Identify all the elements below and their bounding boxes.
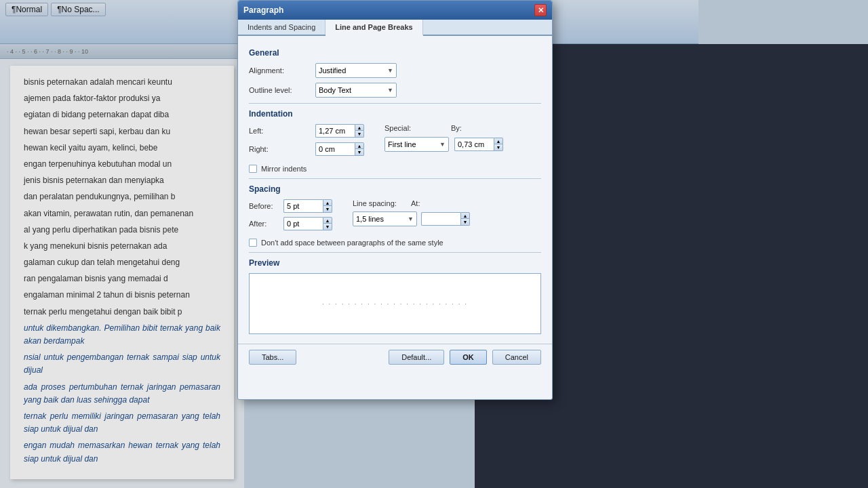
line-spacing-label-row: Line spacing: At:: [353, 199, 470, 207]
tab-line-page-breaks[interactable]: Line and Page Breaks: [326, 20, 422, 36]
mirror-indents-label: Mirror indents: [261, 165, 307, 173]
alignment-value: Justified: [319, 66, 346, 75]
ok-button[interactable]: OK: [450, 350, 487, 365]
preview-section: Preview · · · · · · · · · · · · · · · · …: [249, 258, 541, 334]
after-spin[interactable]: ▲ ▼: [323, 217, 332, 230]
after-label: After:: [249, 220, 279, 228]
line-spacing-value-row: 1,5 lines ▼ ▲ ▼: [353, 211, 470, 226]
special-label: Special:: [384, 124, 446, 132]
left-input[interactable]: 1,27 cm: [315, 124, 355, 138]
after-spin-up[interactable]: ▲: [323, 217, 332, 224]
by-spin-up[interactable]: ▲: [494, 138, 503, 144]
special-row: Special: By:: [384, 124, 512, 132]
by-spin-down[interactable]: ▼: [494, 144, 503, 151]
line-spacing-group: Line spacing: At: 1,5 lines ▼: [353, 199, 470, 235]
indentation-top-row: Left: 1,27 cm ▲ ▼ Right:: [249, 124, 541, 161]
by-spin[interactable]: ▲ ▼: [494, 138, 503, 151]
divider-1: [249, 103, 541, 104]
left-label: Left:: [249, 127, 310, 135]
by-label: By:: [451, 124, 512, 132]
at-input-group: ▲ ▼: [421, 212, 470, 226]
paragraph-dialog: Paragraph ✕ Indents and Spacing Line and…: [237, 0, 553, 400]
right-row: Right: 0 cm ▲ ▼: [249, 142, 364, 156]
default-button[interactable]: Default...: [389, 350, 444, 365]
line-spacing-select[interactable]: 1,5 lines ▼: [353, 211, 417, 226]
dialog-close-button[interactable]: ✕: [534, 4, 547, 16]
indentation-section-header: Indentation: [249, 109, 541, 119]
tabs-button[interactable]: Tabs...: [249, 350, 296, 365]
right-input-group: 0 cm ▲ ▼: [315, 142, 364, 156]
after-input[interactable]: 0 pt: [283, 217, 323, 230]
after-row: After: 0 pt ▲ ▼: [249, 217, 332, 230]
outline-level-select[interactable]: Body Text ▼: [315, 83, 397, 98]
before-input[interactable]: 5 pt: [283, 199, 323, 213]
right-input[interactable]: 0 cm: [315, 142, 355, 156]
before-row: Before: 5 pt ▲ ▼: [249, 199, 332, 213]
special-select[interactable]: First line ▼: [384, 137, 449, 152]
line-spacing-header: Line spacing:: [353, 199, 407, 207]
at-input[interactable]: [421, 212, 460, 226]
at-spin-down[interactable]: ▼: [460, 219, 470, 226]
tab-indents-spacing[interactable]: Indents and Spacing: [238, 20, 326, 35]
after-input-group: 0 pt ▲ ▼: [283, 217, 332, 230]
alignment-row: Alignment: Justified ▼: [249, 63, 541, 78]
left-spin[interactable]: ▲ ▼: [355, 124, 364, 138]
alignment-arrow-icon: ▼: [387, 67, 393, 74]
before-spin[interactable]: ▲ ▼: [323, 199, 332, 213]
dont-add-space-checkbox[interactable]: [249, 239, 257, 247]
outline-level-value: Body Text: [319, 86, 351, 94]
at-spin-up[interactable]: ▲: [460, 212, 470, 219]
dont-add-space-row: Don't add space between paragraphs of th…: [249, 239, 541, 247]
left-spin-down[interactable]: ▼: [355, 131, 364, 138]
dialog-footer: Tabs... Default... OK Cancel: [238, 344, 552, 370]
divider-3: [249, 252, 541, 253]
line-spacing-arrow-icon: ▼: [408, 216, 414, 222]
dont-add-space-label: Don't add space between paragraphs of th…: [261, 239, 443, 247]
after-spin-down[interactable]: ▼: [323, 224, 332, 230]
outline-level-label: Outline level:: [249, 86, 310, 94]
before-spin-up[interactable]: ▲: [323, 199, 332, 206]
right-spin[interactable]: ▲ ▼: [355, 142, 364, 156]
dialog-body: General Alignment: Justified ▼ Outline l…: [238, 36, 552, 341]
preview-content: · · · · · · · · · · · · · · · · · · · · …: [322, 300, 468, 308]
preview-header: Preview: [249, 258, 541, 268]
spacing-rows: Before: 5 pt ▲ ▼ Afte: [249, 199, 541, 235]
outline-level-row: Outline level: Body Text ▼: [249, 83, 541, 98]
mirror-indents-checkbox[interactable]: [249, 165, 257, 173]
before-input-group: 5 pt ▲ ▼: [283, 199, 332, 213]
spacing-section-header: Spacing: [249, 184, 541, 194]
right-spin-up[interactable]: ▲: [355, 142, 364, 149]
divider-2: [249, 178, 541, 179]
left-row: Left: 1,27 cm ▲ ▼: [249, 124, 364, 138]
special-value: First line: [388, 140, 416, 148]
left-spin-up[interactable]: ▲: [355, 124, 364, 131]
mirror-indents-row: Mirror indents: [249, 165, 541, 173]
right-spin-down[interactable]: ▼: [355, 149, 364, 156]
left-group: Left: 1,27 cm ▲ ▼ Right:: [249, 124, 364, 161]
line-spacing-value: 1,5 lines: [356, 215, 384, 223]
alignment-label: Alignment:: [249, 66, 310, 75]
alignment-select[interactable]: Justified ▼: [315, 63, 397, 78]
general-section-header: General: [249, 48, 541, 58]
special-group: Special: By: First line ▼ 0,73 cm: [384, 124, 512, 157]
dialog-overlay: Paragraph ✕ Indents and Spacing Line and…: [0, 0, 868, 488]
left-input-group: 1,27 cm ▲ ▼: [315, 124, 364, 138]
special-arrow-icon: ▼: [439, 141, 446, 148]
by-input[interactable]: 0,73 cm: [454, 138, 494, 151]
dialog-tabs: Indents and Spacing Line and Page Breaks: [238, 20, 552, 36]
cancel-button[interactable]: Cancel: [492, 350, 541, 365]
before-label: Before:: [249, 202, 279, 210]
at-label: At:: [411, 199, 441, 207]
by-input-group: 0,73 cm ▲ ▼: [454, 138, 503, 151]
special-value-row: First line ▼ 0,73 cm ▲ ▼: [384, 137, 512, 152]
outline-level-arrow-icon: ▼: [387, 87, 393, 94]
at-spin[interactable]: ▲ ▼: [460, 212, 470, 226]
dialog-title: Paragraph: [243, 5, 283, 15]
dialog-titlebar: Paragraph ✕: [238, 1, 552, 20]
right-label: Right:: [249, 145, 310, 153]
before-after-group: Before: 5 pt ▲ ▼ Afte: [249, 199, 332, 235]
preview-box: · · · · · · · · · · · · · · · · · · · · …: [249, 273, 541, 334]
before-spin-down[interactable]: ▼: [323, 206, 332, 213]
